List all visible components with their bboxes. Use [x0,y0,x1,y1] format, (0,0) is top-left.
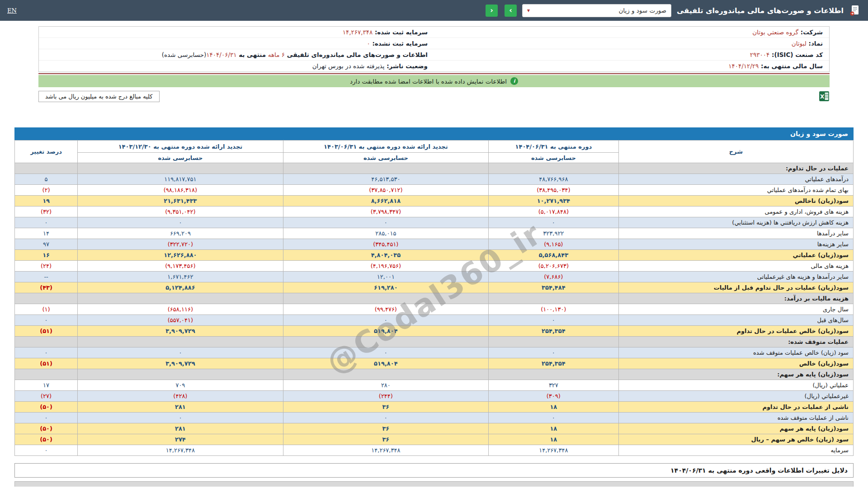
value-cell: (۹۹,۴۷۶) [283,304,488,315]
value-cell [283,163,488,174]
value-cell: ۶۶۹,۲۰۹ [78,228,283,239]
value-cell [283,337,488,347]
statement-row: سود(زیان) ناخالص۱۰,۲۷۱,۹۳۴۸,۶۶۲,۸۱۸۲۱,۶۳… [15,196,854,206]
row-label: سایر درآمدها [618,228,853,239]
row-label: سرمایه [618,445,853,456]
publisher-status-label: وضعیت ناشر: [385,62,428,70]
value-cell: ۰ [78,217,283,228]
row-label: سود(زیان) عملیاتي [618,250,853,261]
fiscal-year-end-label: سال مالی منتهی به: [759,62,823,70]
ticker-symbol-label: نماد: [807,40,823,47]
column-header-period-prior: تجدید ارائه شده دوره منتهی به ۱۴۰۳/۰۶/۳۱ [283,141,488,153]
signature-notice-text: اطلاعات نمایش داده شده با اطلاعات امضا ش… [350,78,507,85]
value-cell: ۲۸۰ [283,380,488,391]
value-cell: (۲) [15,185,78,196]
isic-code-label: کد صنعت (ISIC): [769,51,823,58]
registered-capital-label: سرمایه ثبت شده: [373,28,428,36]
company-name-value: گروه صنعتي بوتان [752,28,798,36]
value-cell: ۱۴,۲۶۷,۳۴۸ [78,445,283,456]
value-cell: ۱۴,۲۶۷,۳۴۸ [283,445,488,456]
svg-text:X: X [820,94,825,100]
red-separator [38,73,830,74]
isic-code: کد صنعت (ISIC): ۲۹۳۰۰۴ [434,49,829,61]
next-table-partial-header [14,481,854,487]
statement-row: سود(زیان) عملیاتي۵,۵۶۸,۸۴۳۴,۸۰۴,۰۳۵۱۲,۶۲… [15,250,854,261]
changes-reasons-bar[interactable]: دلایل تغییرات اطلاعات واقعی دوره منتهی ب… [14,463,854,478]
value-cell: ۸,۶۶۲,۸۱۸ [283,196,488,206]
value-cell: ۰ [489,315,619,326]
value-cell: (۳۲) [15,206,78,217]
section-header-row: عملیات متوقف شده: [15,337,854,347]
statement-type-select[interactable]: صورت سود و زیان ▾ [522,4,671,17]
statement-row: درآمدهای عملیاتي۴۸,۷۶۶,۹۶۸۴۶,۵۱۳,۵۳۰۱۱۹,… [15,174,854,185]
value-cell: (۳۴۵,۴۵۱) [283,239,488,250]
report-period-label: اطلاعات و صورت‌های مالی میاندوره‌ای تلفی… [285,51,428,58]
income-statement-table: شرح دوره منتهی به ۱۴۰۴/۰۶/۳۱ تجدید ارائه… [14,140,854,456]
value-cell: ۱,۶۷۱,۴۶۲ [78,272,283,282]
value-cell: ۲۸۱ [78,402,283,413]
statement-row: سود(زیان) پایه هر سهم۱۸۳۶۲۸۱(۵۰) [15,423,854,434]
value-cell: -- [15,272,78,282]
value-cell: ۰ [283,217,488,228]
section-header-row: عملیات در حال تداوم: [15,163,854,174]
top-navigation-bar: اطلاعات و صورت‌های مالی میاندوره‌ای تلفی… [0,0,868,21]
value-cell: ۹۷ [15,239,78,250]
value-cell: ۱۸ [489,402,619,413]
statement-row: سایر درآمدها و هزینه های غیرعملیاتی(۷,۶۸… [15,272,854,282]
next-statement-button[interactable]: › [505,5,517,17]
value-cell: (۵۰) [15,434,78,445]
value-cell: ۳۶ [283,434,488,445]
value-cell: ۰ [283,347,488,358]
value-cell: (۱) [15,304,78,315]
prev-statement-button[interactable]: ‹ [486,5,498,17]
value-cell: ۰ [489,347,619,358]
statement-row: سود(زیان) عملیات در حال تداوم قبل از مال… [15,282,854,293]
value-cell: (۶۵۸,۱۱۶) [78,304,283,315]
info-icon: i [510,77,518,85]
income-statement-title-bar: صورت سود و زیان [14,127,854,140]
value-cell [78,163,283,174]
value-cell: ۰ [15,445,78,456]
report-period: اطلاعات و صورت‌های مالی میاندوره‌ای تلفی… [39,49,434,61]
value-cell: (۵۱) [15,326,78,337]
value-cell: ۳۲۷ [489,380,619,391]
value-cell: (۳۷,۸۵۰,۷۱۲) [283,185,488,196]
excel-export-icon[interactable]: X [819,91,830,102]
value-cell: ۳,۹۰۹,۷۲۹ [78,358,283,369]
row-label: سایر هزینه‌ها [618,239,853,250]
fiscal-year-end: سال مالی منتهی به: ۱۴۰۴/۱۲/۲۹ [434,61,829,72]
value-cell: (۵۰) [15,423,78,434]
section-header-row: هزینه مالیات بر درآمد: [15,293,854,304]
column-header-percent-change: درصد تغییر [15,141,78,163]
statement-row: سرمایه۱۴,۲۶۷,۳۴۸۱۴,۲۶۷,۳۴۸۱۴,۲۶۷,۳۴۸۰ [15,445,854,456]
statement-row: بهای تمام شده درآمدهای عملیاتي(۳۸,۴۹۵,۰۳… [15,185,854,196]
english-language-link[interactable]: EN [7,7,17,14]
statement-row: سود (زیان) خالص هر سهم – ریال۱۸۳۶۲۷۴(۵۰) [15,434,854,445]
statement-row: سال‌های قبل۰۰(۵۵۷,۰۴۱)۰ [15,315,854,326]
report-period-value: ۱۴۰۴/۰۶/۳۱ [206,51,236,58]
report-period-value: ۶ ماهه [268,51,285,58]
statement-row: سایر درآمدها۳۲۳,۹۲۲۲۸۵,۰۱۵۶۶۹,۲۰۹۱۴ [15,228,854,239]
value-cell [78,369,283,380]
ticker-symbol-value: لبوتان [792,40,807,47]
value-cell [489,337,619,347]
row-label: سود (زیان) خالص هر سهم – ریال [618,434,853,445]
value-cell: ۱۴,۲۶۷,۳۴۸ [489,445,619,456]
unregistered-capital-label: سرمایه ثبت نشده: [370,40,428,47]
statement-row: سود(زیان) خالص۲۵۴,۳۵۴۵۱۹,۸۰۴۳,۹۰۹,۷۲۹(۵۱… [15,358,854,369]
value-cell [489,369,619,380]
row-label: هزینه های فروش، اداری و عمومی [618,206,853,217]
chevron-down-icon: ▾ [527,8,530,13]
unregistered-capital-value: ۰ [367,40,370,47]
statement-row: غیرعملیاتي (ریال)(۳۰۹)(۲۴۴)(۴۲۸)(۲۷) [15,391,854,402]
value-cell: ۱۸ [489,423,619,434]
value-cell: (۹,۱۷۳,۴۵۶) [78,261,283,272]
value-cell [283,293,488,304]
registered-capital: سرمایه ثبت شده: ۱۴,۲۶۷,۳۴۸ [39,27,434,38]
value-cell: (۳۸,۴۹۵,۰۳۴) [489,185,619,196]
row-label: هزینه مالیات بر درآمد: [618,293,853,304]
row-label: سایر درآمدها و هزینه های غیرعملیاتی [618,272,853,282]
value-cell: ۵۱۹,۸۰۴ [283,358,488,369]
value-cell: (۹,۳۵۱,۰۴۲) [78,206,283,217]
value-cell: ۰ [283,413,488,423]
